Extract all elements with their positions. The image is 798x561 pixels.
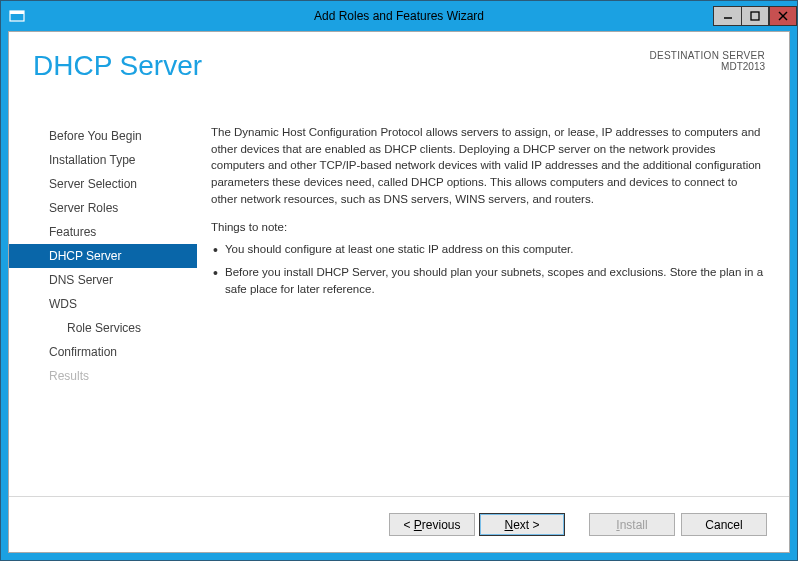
- sidebar-item-server-selection[interactable]: Server Selection: [9, 172, 197, 196]
- sidebar-item-confirmation[interactable]: Confirmation: [9, 340, 197, 364]
- destination-block: DESTINATION SERVER MDT2013: [649, 50, 765, 72]
- body: Before You BeginInstallation TypeServer …: [9, 122, 789, 492]
- wizard-window: Add Roles and Features Wizard DHCP Serve…: [0, 0, 798, 561]
- cancel-button[interactable]: Cancel: [681, 513, 767, 536]
- sidebar-item-dns-server[interactable]: DNS Server: [9, 268, 197, 292]
- content: The Dynamic Host Configuration Protocol …: [197, 122, 789, 492]
- app-icon: [9, 8, 25, 24]
- window-title: Add Roles and Features Wizard: [1, 9, 797, 23]
- sidebar-item-installation-type[interactable]: Installation Type: [9, 148, 197, 172]
- svg-rect-1: [10, 11, 24, 14]
- sidebar-item-role-services[interactable]: Role Services: [9, 316, 197, 340]
- destination-label: DESTINATION SERVER: [649, 50, 765, 61]
- window-controls: [713, 7, 797, 26]
- install-button: Install: [589, 513, 675, 536]
- sidebar-item-features[interactable]: Features: [9, 220, 197, 244]
- sidebar-item-before-you-begin[interactable]: Before You Begin: [9, 124, 197, 148]
- sidebar-item-wds[interactable]: WDS: [9, 292, 197, 316]
- next-button[interactable]: Next >: [479, 513, 565, 536]
- destination-value: MDT2013: [649, 61, 765, 72]
- intro-paragraph: The Dynamic Host Configuration Protocol …: [211, 124, 765, 207]
- footer: < Previous Next > Install Cancel: [9, 496, 789, 552]
- header: DHCP Server DESTINATION SERVER MDT2013: [9, 32, 789, 122]
- notes-heading: Things to note:: [211, 221, 765, 233]
- note-item: You should configure at least one static…: [211, 241, 765, 258]
- note-item: Before you install DHCP Server, you shou…: [211, 264, 765, 297]
- close-button[interactable]: [769, 6, 797, 26]
- sidebar-item-dhcp-server[interactable]: DHCP Server: [9, 244, 197, 268]
- titlebar[interactable]: Add Roles and Features Wizard: [1, 1, 797, 31]
- minimize-button[interactable]: [713, 6, 741, 26]
- svg-rect-3: [751, 12, 759, 20]
- sidebar-item-results: Results: [9, 364, 197, 388]
- notes-list: You should configure at least one static…: [211, 241, 765, 297]
- maximize-button[interactable]: [741, 6, 769, 26]
- sidebar-item-server-roles[interactable]: Server Roles: [9, 196, 197, 220]
- previous-button[interactable]: < Previous: [389, 513, 475, 536]
- sidebar: Before You BeginInstallation TypeServer …: [9, 122, 197, 492]
- wizard-inner: DHCP Server DESTINATION SERVER MDT2013 B…: [8, 31, 790, 553]
